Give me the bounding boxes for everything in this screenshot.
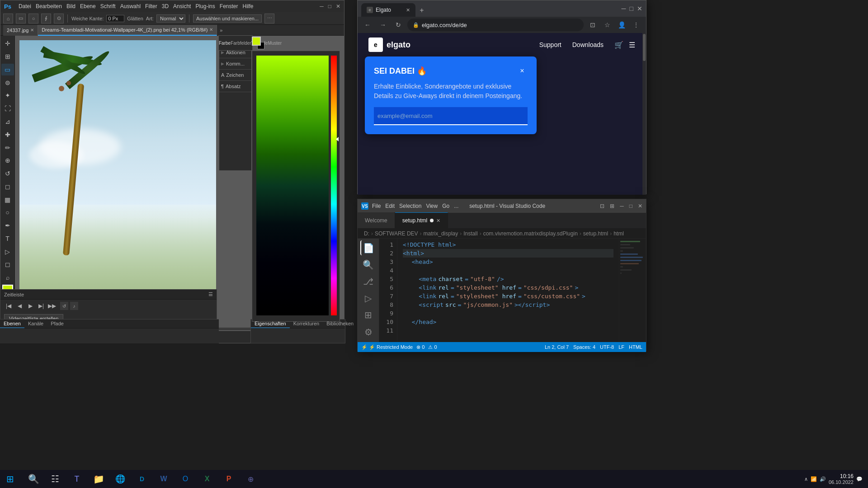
ps-home-icon[interactable]: ⌂	[3, 14, 13, 23]
browser-address-bar[interactable]: 🔒 elgato.com/de/de	[407, 19, 584, 31]
browser-refresh-btn[interactable]: ↻	[392, 19, 405, 31]
vscode-git-btn[interactable]: ⎇	[360, 274, 377, 289]
ps-tl-first-frame[interactable]: |◀	[4, 301, 13, 310]
vscode-split-btn[interactable]: ⊞	[610, 203, 614, 209]
ps-tl-next-frame[interactable]: ▶|	[37, 301, 46, 310]
menu-schrift[interactable]: Schrift	[100, 3, 116, 9]
vscode-encoding[interactable]: UTF-8	[600, 344, 614, 350]
ps-ellipse-select-icon[interactable]: ○	[28, 14, 38, 23]
ps-tool-crop[interactable]: ⛶	[1, 103, 14, 115]
menu-filter[interactable]: Filter	[145, 3, 157, 9]
ps-kommentare-item[interactable]: ▶ Komm...	[219, 58, 251, 70]
ps-tool-eraser[interactable]: ◻	[1, 180, 14, 192]
bc-setup[interactable]: setup.html	[583, 230, 608, 237]
weiche-kante-input[interactable]	[106, 15, 124, 22]
taskbar-powerpoint-btn[interactable]: P	[219, 470, 239, 488]
browser-tab-elgato[interactable]: e Elgato ✕	[361, 3, 415, 17]
browser-tab-close[interactable]: ✕	[406, 7, 410, 13]
menu-fenster[interactable]: Fenster	[220, 3, 238, 9]
ps-tool-clone[interactable]: ⊕	[1, 155, 14, 167]
taskbar-notification-btn[interactable]: 💬	[856, 476, 863, 482]
browser-close-btn[interactable]: ✕	[637, 5, 642, 12]
menu-plugins[interactable]: Plug-ins	[195, 3, 215, 9]
taskbar-word-btn[interactable]: W	[154, 470, 174, 488]
vscode-explorer-btn[interactable]: 📄	[360, 240, 377, 255]
ps-minimize-btn[interactable]: ─	[320, 3, 324, 9]
vscode-tab-welcome[interactable]: Welcome	[358, 212, 395, 228]
ps-tab-more[interactable]: »	[217, 28, 225, 33]
bc-install[interactable]: Install	[463, 230, 477, 237]
ps-tool-quick-select[interactable]: ✦	[1, 89, 14, 102]
taskbar-excel-btn[interactable]: X	[197, 470, 217, 488]
ps-tool-pen[interactable]: ✒	[1, 220, 14, 232]
browser-scroll-thumb[interactable]	[643, 34, 646, 61]
taskbar-volume-icon[interactable]: 🔊	[820, 476, 826, 482]
vscode-settings-btn[interactable]: ⚙	[360, 324, 377, 340]
ps-tab-2[interactable]: Dreams-Teambladi-Motivational-Wallpaper-…	[38, 25, 217, 36]
elgato-nav-downloads[interactable]: Downloads	[572, 41, 604, 48]
ps-timeline-menu[interactable]: ☰	[208, 291, 213, 297]
ps-rect-select-icon[interactable]: ▭	[16, 14, 26, 23]
ps-lasso-icon[interactable]: ∮	[41, 14, 51, 23]
vscode-restricted-mode[interactable]: ⚡ ⚡ Restricted Mode	[361, 344, 413, 350]
menu-3d[interactable]: 3D	[162, 3, 169, 9]
taskbar-teams-btn[interactable]: T	[67, 470, 87, 488]
menu-bearbeiten[interactable]: Bearbeiten	[36, 3, 62, 9]
vscode-tab-setup-close[interactable]: ✕	[436, 218, 440, 224]
ps-kanaele-tab[interactable]: Kanäle	[24, 319, 47, 328]
vscode-close-btn[interactable]: ✕	[638, 203, 642, 209]
browser-minimize-btn[interactable]: ─	[622, 5, 626, 12]
ps-tool-eyedropper[interactable]: ⊿	[1, 116, 14, 128]
ps-tool-shape[interactable]: ◻	[1, 258, 14, 271]
ps-gradient-field[interactable]	[256, 56, 335, 315]
taskbar-network-icon[interactable]: 📶	[811, 476, 817, 482]
vscode-layout-btn[interactable]: ⊡	[600, 203, 604, 209]
taskbar-chrome-btn[interactable]: 🌐	[110, 470, 130, 488]
vscode-search-btn[interactable]: 🔍	[360, 257, 377, 272]
menu-ansicht[interactable]: Ansicht	[173, 3, 191, 9]
elgato-nav-support[interactable]: Support	[539, 41, 561, 48]
ps-tl-audio[interactable]: ♪	[70, 302, 78, 310]
taskbar-outlook-btn[interactable]: O	[175, 470, 195, 488]
art-select[interactable]: Normal	[156, 14, 185, 23]
taskbar-search-btn[interactable]: 🔍	[24, 470, 43, 488]
ps-zeichen-item[interactable]: A Zeichen	[219, 70, 251, 81]
browser-bookmark-btn[interactable]: ☆	[601, 19, 613, 31]
ps-pfade-tab[interactable]: Pfade	[47, 319, 67, 328]
ps-tl-play[interactable]: ▶	[26, 301, 35, 310]
vscode-tab-setup[interactable]: setup.html ✕	[395, 212, 448, 228]
vscode-maximize-btn[interactable]: □	[629, 203, 632, 209]
bc-software-dev[interactable]: SOFTWARE DEV	[375, 230, 418, 237]
vscode-menu-go[interactable]: Go	[442, 203, 449, 209]
vscode-extensions-btn[interactable]: ⊞	[360, 307, 377, 322]
popup-close-btn[interactable]: ×	[517, 66, 528, 76]
ps-tool-heal[interactable]: ✚	[1, 128, 14, 141]
menu-bild[interactable]: Bild	[66, 3, 75, 9]
bc-drive[interactable]: D:	[364, 230, 369, 237]
vscode-cursor-position[interactable]: Ln 2, Col 7	[545, 344, 569, 350]
browser-back-btn[interactable]: ←	[361, 19, 374, 31]
taskbar-dell-btn[interactable]: D	[132, 470, 152, 488]
color-tab-muster[interactable]: Muster	[268, 41, 282, 46]
ps-tool-path-select[interactable]: ▷	[1, 245, 14, 258]
ps-tool-zoom[interactable]: ⌕	[1, 272, 14, 284]
vscode-menu-file[interactable]: File	[372, 203, 381, 209]
browser-profile-btn[interactable]: 👤	[615, 19, 628, 31]
vscode-code-content[interactable]: <!DOCTYPE html> <html> <head> <meta char…	[397, 239, 619, 342]
browser-maximize-btn[interactable]: □	[630, 5, 633, 12]
vscode-warnings[interactable]: ⚠ 0	[428, 344, 437, 350]
menu-auswahl[interactable]: Auswahl	[120, 3, 141, 9]
ps-tool-dodge[interactable]: ○	[1, 206, 14, 219]
ps-tool-artboard[interactable]: ⊞	[1, 51, 14, 63]
taskbar-chevron-icon[interactable]: ∧	[804, 476, 808, 482]
bc-plugin[interactable]: com.vivremotion.matrixdisplay.sdPlugin	[483, 230, 578, 237]
browser-scrollbar[interactable]	[642, 33, 646, 195]
ps-tl-last-frame[interactable]: ▶▶	[47, 301, 57, 310]
ps-tool-history-brush[interactable]: ↺	[1, 168, 14, 180]
ps-hue-thumb[interactable]	[336, 137, 339, 141]
browser-menu-btn[interactable]: ⋮	[630, 19, 642, 31]
popup-email-input[interactable]	[374, 107, 528, 125]
elgato-cart-icon[interactable]: 🛒	[614, 41, 623, 49]
vscode-menu-edit[interactable]: Edit	[385, 203, 395, 209]
taskbar-app9-btn[interactable]: ⊕	[241, 470, 260, 488]
